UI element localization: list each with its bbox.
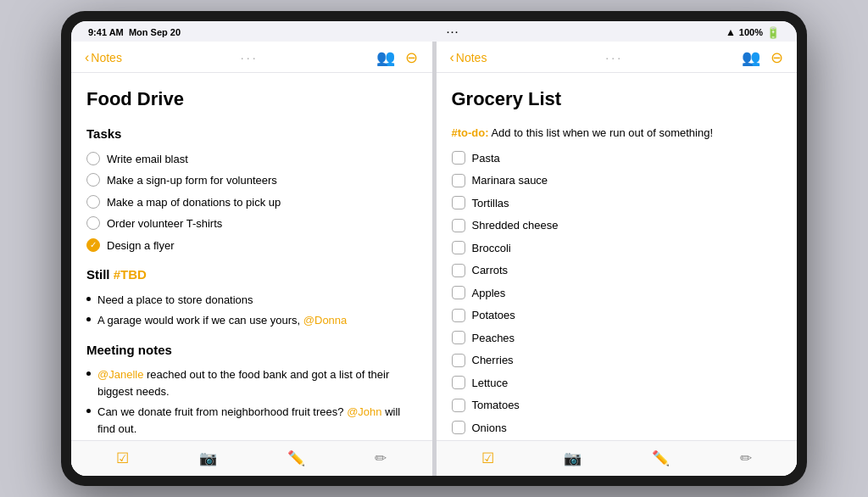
- right-camera-icon[interactable]: 📷: [560, 446, 585, 471]
- status-time: 9:41 AM Mon Sep 20: [88, 27, 181, 37]
- right-note-title: Grocery List: [452, 85, 782, 113]
- grocery-label-onions: Onions: [472, 420, 507, 437]
- grocery-checkbox-apples[interactable]: [452, 286, 465, 299]
- right-collab-icon[interactable]: 👥: [742, 48, 760, 67]
- bullet-dot: [86, 371, 91, 376]
- status-right: ▲ 100% 🔋: [726, 26, 780, 39]
- grocery-checkbox-carrots[interactable]: [452, 264, 465, 277]
- left-note-title: Food Drive: [86, 85, 417, 113]
- task-checkbox-5[interactable]: ✓: [86, 238, 100, 252]
- grocery-checkbox-marinara[interactable]: [452, 174, 465, 187]
- grocery-list: Pasta Marinara sauce Tortillas Shre: [452, 150, 782, 441]
- right-toolbar: ☑ 📷 ✏️ ✏: [437, 440, 798, 476]
- grocery-label-potatoes: Potatoes: [472, 307, 515, 324]
- meeting-item-2: Can we donate fruit from neighborhood fr…: [86, 404, 417, 437]
- grocery-checkbox-onions[interactable]: [452, 421, 465, 434]
- right-note-panel: ‹ Notes ··· 👥 ⊖ Grocery List #to-do: Add…: [437, 42, 798, 476]
- tbd-text-1: Need a place to store donations: [97, 292, 253, 309]
- right-checklist-icon[interactable]: ☑: [478, 446, 498, 471]
- grocery-checkbox-cherries[interactable]: [452, 354, 465, 367]
- todo-text: Add to this list when we run out of some…: [491, 126, 713, 139]
- grocery-item: Potatoes: [452, 307, 782, 324]
- grocery-label-carrots: Carrots: [472, 262, 509, 279]
- mention-donna: @Donna: [303, 314, 348, 327]
- task-checkbox-1[interactable]: [86, 152, 100, 165]
- tbd-list: Need a place to store donations A garage…: [86, 292, 417, 329]
- grocery-item: Tortillas: [452, 195, 782, 212]
- grocery-label-cheese: Shredded cheese: [472, 217, 559, 234]
- wifi-icon: ▲: [726, 26, 736, 38]
- meeting-notes-list: @Janelle reached out to the food bank an…: [86, 366, 417, 440]
- tbd-heading: Still #TBD: [86, 265, 417, 285]
- left-back-nav[interactable]: ‹ Notes: [85, 50, 122, 65]
- camera-icon[interactable]: 📷: [196, 446, 220, 471]
- right-sketch-icon[interactable]: ✏️: [648, 446, 673, 471]
- grocery-label-tomatoes: Tomatoes: [472, 397, 520, 414]
- task-item: Order volunteer T-shirts: [86, 215, 417, 232]
- grocery-item: Tomatoes: [452, 397, 782, 414]
- grocery-item: Pasta: [452, 150, 782, 167]
- sketch-icon[interactable]: ✏️: [284, 446, 309, 471]
- tablet-frame: 9:41 AM Mon Sep 20 ··· ▲ 100% 🔋 ‹ Notes …: [61, 11, 807, 486]
- grocery-item: Marinara sauce: [452, 172, 782, 189]
- compose-icon[interactable]: ✏: [371, 446, 390, 471]
- grocery-checkbox-cheese[interactable]: [452, 219, 465, 232]
- grocery-label-cherries: Cherries: [472, 352, 514, 369]
- grocery-checkbox-lettuce[interactable]: [452, 376, 465, 389]
- right-note-header: ‹ Notes ··· 👥 ⊖: [437, 42, 798, 73]
- grocery-item: Onions: [452, 420, 782, 437]
- grocery-checkbox-peaches[interactable]: [452, 331, 465, 344]
- left-note-content: Food Drive Tasks Write email blast Make …: [71, 73, 432, 440]
- task-label-1: Write email blast: [107, 151, 188, 168]
- grocery-checkbox-tortillas[interactable]: [452, 196, 465, 209]
- task-label-3: Make a map of donations to pick up: [107, 194, 281, 211]
- grocery-label-broccoli: Broccoli: [472, 240, 511, 257]
- grocery-item: Apples: [452, 285, 782, 302]
- task-item: Make a sign-up form for volunteers: [86, 172, 417, 189]
- task-checkbox-3[interactable]: [86, 195, 100, 209]
- grocery-checkbox-tomatoes[interactable]: [452, 399, 465, 412]
- tbd-item-2: A garage would work if we can use yours,…: [86, 312, 417, 329]
- grocery-label-marinara: Marinara sauce: [472, 172, 548, 189]
- todo-note: #to-do: Add to this list when we run out…: [452, 125, 782, 142]
- grocery-label-apples: Apples: [472, 285, 506, 302]
- status-dots: ···: [447, 27, 459, 37]
- grocery-label-peaches: Peaches: [472, 330, 515, 347]
- right-compose-icon[interactable]: ✏: [737, 446, 755, 471]
- task-item: ✓ Design a flyer: [86, 237, 417, 254]
- grocery-checkbox-potatoes[interactable]: [452, 309, 465, 322]
- left-more-icon[interactable]: ⊖: [405, 48, 418, 67]
- task-label-5: Design a flyer: [107, 237, 174, 254]
- status-bar: 9:41 AM Mon Sep 20 ··· ▲ 100% 🔋: [71, 21, 797, 42]
- right-chevron-icon: ‹: [450, 50, 454, 65]
- task-checkbox-2[interactable]: [86, 173, 100, 187]
- task-list: Write email blast Make a sign-up form fo…: [86, 151, 417, 254]
- bullet-dot: [86, 297, 91, 301]
- grocery-item: Lettuce: [452, 375, 782, 392]
- tbd-text-2: A garage would work if we can use yours,…: [97, 312, 347, 329]
- bullet-dot: [86, 409, 91, 413]
- todo-tag: #to-do:: [452, 126, 489, 139]
- grocery-item: Cherries: [452, 352, 782, 369]
- right-back-nav[interactable]: ‹ Notes: [450, 50, 487, 65]
- meeting-item-1: @Janelle reached out to the food bank an…: [86, 366, 417, 399]
- battery-icon: 🔋: [766, 26, 780, 39]
- task-item: Write email blast: [86, 151, 417, 168]
- split-view: ‹ Notes ··· 👥 ⊖ Food Drive Tasks: [71, 42, 797, 476]
- right-more-icon[interactable]: ⊖: [771, 48, 783, 67]
- left-back-label: Notes: [91, 51, 122, 64]
- grocery-checkbox-broccoli[interactable]: [452, 241, 465, 254]
- grocery-checkbox-pasta[interactable]: [452, 151, 465, 165]
- left-header-dots: ···: [241, 51, 259, 64]
- checklist-icon[interactable]: ☑: [113, 446, 132, 471]
- meeting-notes-heading: Meeting notes: [86, 341, 417, 360]
- right-header-dots: ···: [605, 51, 623, 64]
- left-note-panel: ‹ Notes ··· 👥 ⊖ Food Drive Tasks: [71, 42, 433, 476]
- grocery-label-lettuce: Lettuce: [472, 375, 509, 392]
- meeting-text-2: Can we donate fruit from neighborhood fr…: [97, 404, 417, 437]
- grocery-label-tortillas: Tortillas: [472, 195, 509, 212]
- task-checkbox-4[interactable]: [86, 216, 100, 230]
- right-header-actions: 👥 ⊖: [742, 48, 783, 67]
- grocery-item: Broccoli: [452, 240, 782, 257]
- left-collab-icon[interactable]: 👥: [376, 48, 395, 67]
